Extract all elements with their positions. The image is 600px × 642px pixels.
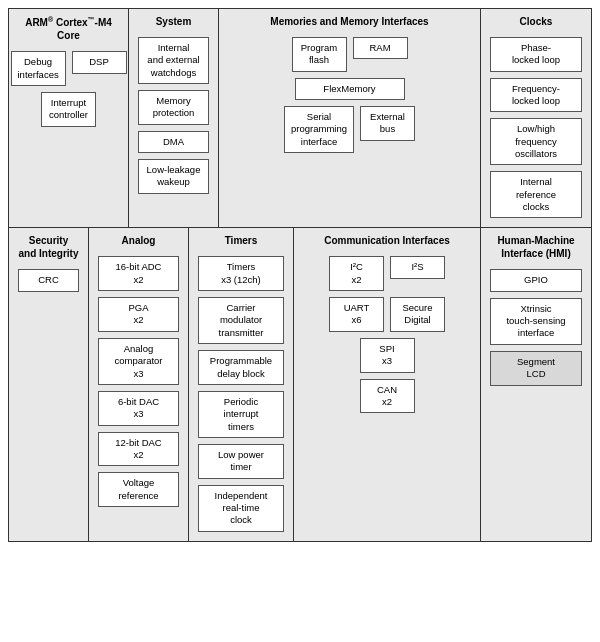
prog-delay-box: Programmabledelay block	[198, 350, 284, 385]
program-flash-box: Programflash	[292, 37, 347, 72]
analog-title: Analog	[95, 234, 182, 247]
system-section: System Internaland externalwatchdogs Mem…	[129, 9, 219, 227]
timers-box: Timersx3 (12ch)	[198, 256, 284, 291]
watchdogs-box: Internaland externalwatchdogs	[138, 37, 209, 84]
hmi-section: Human-MachineInterface (HMI) GPIO Xtrins…	[481, 228, 591, 540]
top-row: ARM® Cortex™-M4 Core Debuginterfaces DSP…	[9, 9, 591, 228]
system-title: System	[135, 15, 212, 28]
spi-box: SPIx3	[360, 338, 415, 373]
gpio-box: GPIO	[490, 269, 582, 291]
arm-core-title: ARM® Cortex™-M4 Core	[15, 15, 122, 42]
arm-core-section: ARM® Cortex™-M4 Core Debuginterfaces DSP…	[9, 9, 129, 227]
clocks-title: Clocks	[487, 15, 585, 28]
serial-prog-box: Serialprogramminginterface	[284, 106, 354, 153]
carrier-mod-box: Carriermodulatortransmitter	[198, 297, 284, 344]
secure-digital-box: SecureDigital	[390, 297, 445, 332]
timers-section: Timers Timersx3 (12ch) Carriermodulatort…	[189, 228, 294, 540]
memory-protection-box: Memoryprotection	[138, 90, 209, 125]
mem-row2: FlexMemory	[225, 75, 474, 103]
pll-box: Phase-locked loop	[490, 37, 582, 72]
i2s-box: I²S	[390, 256, 445, 278]
comms-row3: SPIx3	[300, 335, 474, 376]
security-title: Securityand Integrity	[15, 234, 82, 260]
dac12bit-box: 12-bit DACx2	[98, 432, 179, 467]
external-bus-box: Externalbus	[360, 106, 415, 141]
comms-title: Communication Interfaces	[300, 234, 474, 247]
touch-sensing-box: Xtrinsictouch-sensinginterface	[490, 298, 582, 345]
comms-section: Communication Interfaces I²Cx2 I²S UARTx…	[294, 228, 481, 540]
security-section: Securityand Integrity CRC	[9, 228, 89, 540]
arm-row1: Debuginterfaces DSP	[15, 48, 122, 89]
hmi-title: Human-MachineInterface (HMI)	[487, 234, 585, 260]
ram-box: RAM	[353, 37, 408, 59]
i2c-box: I²Cx2	[329, 256, 384, 291]
comms-row2: UARTx6 SecureDigital	[300, 294, 474, 335]
main-diagram: ARM® Cortex™-M4 Core Debuginterfaces DSP…	[8, 8, 592, 542]
can-box: CANx2	[360, 379, 415, 414]
comms-row4: CANx2	[300, 376, 474, 417]
dma-box: DMA	[138, 131, 209, 153]
comms-row1: I²Cx2 I²S	[300, 253, 474, 294]
flexmemory-box: FlexMemory	[295, 78, 405, 100]
rtc-box: Independentreal-timeclock	[198, 485, 284, 532]
clocks-section: Clocks Phase-locked loop Frequency-locke…	[481, 9, 591, 227]
interrupt-controller-box: Interruptcontroller	[41, 92, 96, 127]
low-leakage-box: Low-leakagewakeup	[138, 159, 209, 194]
pga-box: PGAx2	[98, 297, 179, 332]
analog-section: Analog 16-bit ADCx2 PGAx2 Analogcomparat…	[89, 228, 189, 540]
segment-lcd-box: SegmentLCD	[490, 351, 582, 386]
oscillators-box: Low/highfrequencyoscillators	[490, 118, 582, 165]
mem-row1: Programflash RAM	[225, 34, 474, 75]
arm-row2: Interruptcontroller	[15, 89, 122, 130]
low-power-timer-box: Low powertimer	[198, 444, 284, 479]
periodic-int-box: Periodicinterrupttimers	[198, 391, 284, 438]
debug-interfaces-box: Debuginterfaces	[11, 51, 66, 86]
bottom-row: Securityand Integrity CRC Analog 16-bit …	[9, 228, 591, 540]
timers-title: Timers	[195, 234, 287, 247]
dac6bit-box: 6-bit DACx3	[98, 391, 179, 426]
vref-box: Voltagereference	[98, 472, 179, 507]
crc-box: CRC	[18, 269, 79, 291]
memories-title: Memories and Memory Interfaces	[225, 15, 474, 28]
ref-clocks-box: Internalreferenceclocks	[490, 171, 582, 218]
memories-section: Memories and Memory Interfaces Programfl…	[219, 9, 481, 227]
mem-row3: Serialprogramminginterface Externalbus	[225, 103, 474, 156]
fll-box: Frequency-locked loop	[490, 78, 582, 113]
comparator-box: Analogcomparatorx3	[98, 338, 179, 385]
dsp-box: DSP	[72, 51, 127, 73]
uart-box: UARTx6	[329, 297, 384, 332]
adc-box: 16-bit ADCx2	[98, 256, 179, 291]
